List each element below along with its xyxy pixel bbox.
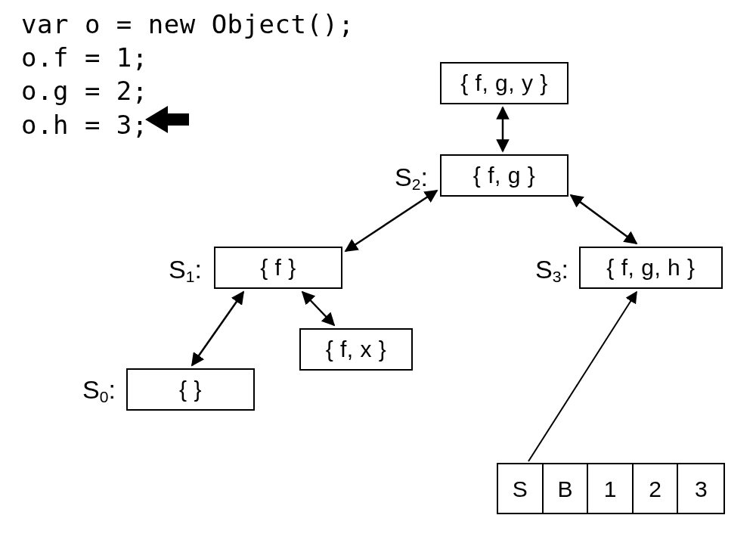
code-line: var o = new Object(); — [21, 8, 354, 41]
structure-node-content: { f } — [260, 255, 296, 281]
object-record-cell: 1 — [588, 464, 634, 514]
code-line: o.h = 3; — [21, 108, 354, 141]
edge-s2-s3 — [571, 195, 637, 244]
structure-node-fx: { f, x } — [299, 328, 413, 371]
edge-s0-s1 — [192, 292, 243, 365]
code-line: o.f = 1; — [21, 41, 354, 74]
object-record-cell: 3 — [678, 464, 723, 514]
structure-node-content: { f, x } — [326, 337, 387, 362]
object-record-cell: S — [498, 464, 544, 514]
structure-label-s0: S0: — [82, 375, 116, 406]
object-record-cell: 2 — [634, 464, 679, 514]
edge-object-to-s3 — [528, 292, 637, 461]
structure-node-s0: { } — [126, 368, 255, 411]
structure-label-s2: S2: — [395, 163, 428, 194]
object-record-table: S B 1 2 3 — [497, 463, 725, 514]
object-record-cell: B — [544, 464, 589, 514]
diagram-stage: var o = new Object(); o.f = 1; o.g = 2; … — [0, 0, 756, 543]
edge-s1-fx — [302, 292, 334, 325]
structure-label-s3: S3: — [535, 255, 569, 286]
structure-node-content: { f, g, h } — [606, 255, 695, 281]
structure-node-s1: { f } — [214, 247, 342, 289]
edge-s1-s2 — [345, 191, 437, 251]
structure-node-s2: { f, g } — [440, 154, 569, 197]
structure-node-content: { } — [179, 377, 202, 402]
structure-node-s3: { f, g, h } — [579, 247, 723, 289]
structure-node-content: { f, g } — [473, 163, 535, 188]
structure-node-content: { f, g, y } — [460, 70, 548, 96]
structure-label-s1: S1: — [169, 255, 202, 286]
code-block: var o = new Object(); o.f = 1; o.g = 2; … — [21, 8, 354, 141]
structure-node-fgy: { f, g, y } — [440, 62, 569, 104]
code-line: o.g = 2; — [21, 74, 354, 107]
